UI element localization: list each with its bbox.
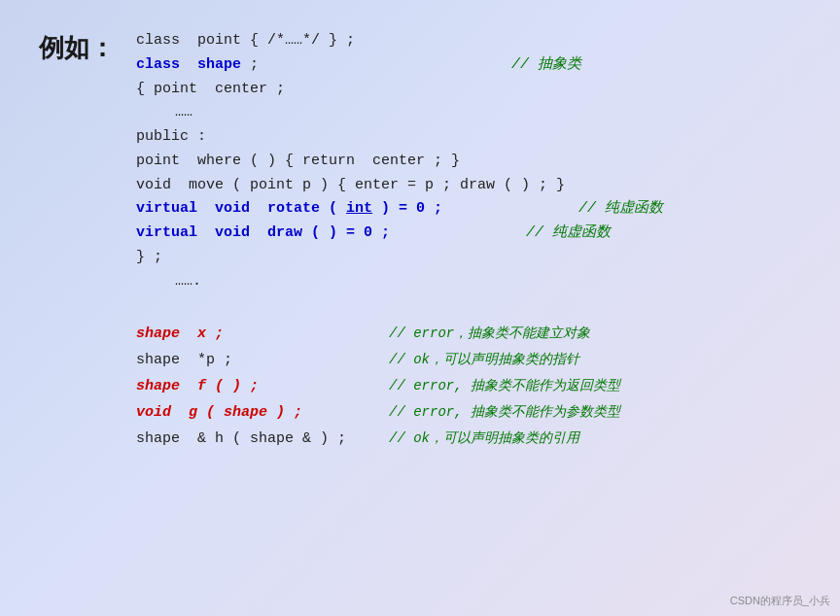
code-line-8: virtual void rotate ( int ) = 0 ; // 纯虚函… (136, 197, 801, 222)
code-line-10: } ; (136, 246, 801, 270)
code-line-1: class point { /*……*/ } ; (136, 29, 801, 53)
code-line-4: …… (136, 101, 801, 125)
example-line: shape *p ;// ok，可以声明抽象类的指针 (136, 347, 801, 373)
example-line: shape f ( ) ;// error, 抽象类不能作为返回类型 (136, 373, 801, 399)
code-block: class point { /*……*/ } ; class shape ; /… (136, 29, 801, 293)
code-line-3: { point center ; (136, 78, 801, 102)
code-line-2: class shape ; // 抽象类 (136, 53, 801, 78)
watermark: CSDN的程序员_小兵 (730, 594, 830, 608)
code-line-11: ……. (136, 270, 801, 294)
example-line: shape x ;// error，抽象类不能建立对象 (136, 321, 801, 347)
example-line: void g ( shape ) ;// error, 抽象类不能作为参数类型 (136, 399, 801, 426)
code-line-7: void move ( point p ) { enter = p ; draw… (136, 174, 801, 198)
example-line: shape & h ( shape & ) ;// ok，可以声明抽象类的引用 (136, 426, 801, 452)
example-label: 例如： (39, 34, 115, 62)
code-line-9: virtual void draw ( ) = 0 ; // 纯虚函数 (136, 222, 801, 246)
code-line-6: point where ( ) { return center ; } (136, 150, 801, 174)
code-line-5: public : (136, 125, 801, 150)
examples-section: shape x ;// error，抽象类不能建立对象shape *p ;// … (136, 321, 801, 452)
